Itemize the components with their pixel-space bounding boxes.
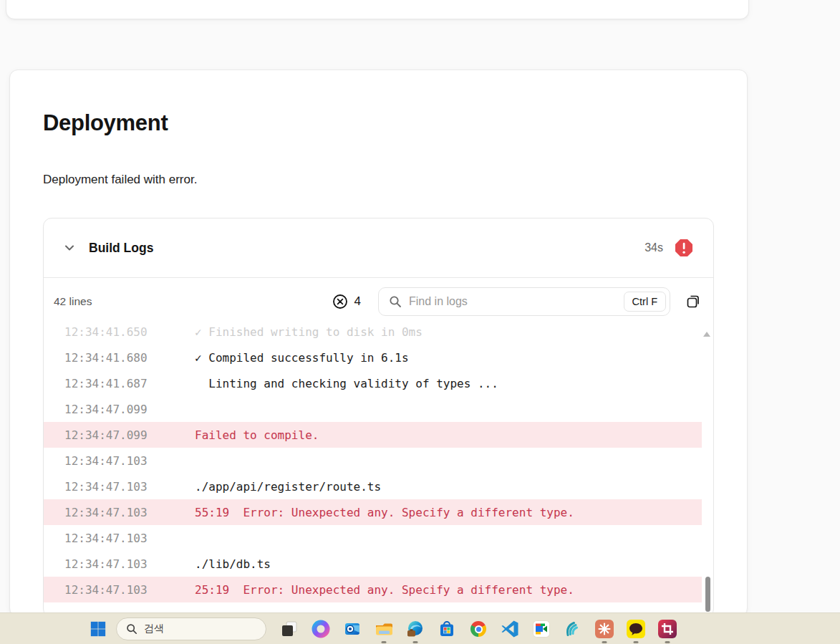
kakaotalk-icon: [627, 620, 645, 638]
taskbar-claude-icon[interactable]: [589, 613, 620, 644]
log-timestamp: 12:34:47.103: [64, 557, 195, 571]
log-row: 12:34:41.687 Linting and checking validi…: [44, 370, 702, 396]
collapse-chevron-button[interactable]: [62, 241, 77, 255]
log-row: 12:34:47.10355:19 Error: Unexpected any.…: [44, 499, 702, 525]
log-message: ✓ Finished writing to disk in 0ms: [195, 325, 423, 339]
crop-capture-tool-icon: [658, 620, 677, 638]
windows-start-icon[interactable]: [90, 620, 107, 638]
running-indicator: [665, 641, 670, 643]
taskbar-google-meet-icon[interactable]: [526, 613, 557, 644]
search-icon: [389, 295, 402, 308]
build-logs-panel: Build Logs 34s 42 lines 4 Ctrl F: [43, 218, 714, 617]
windows-taskbar: 검색: [0, 612, 840, 644]
log-row: 12:34:47.103: [44, 448, 702, 474]
task-view-icon: [280, 620, 299, 638]
file-explorer-icon: [375, 620, 393, 638]
claude-icon: [595, 620, 614, 638]
shell-spiral-icon: [564, 620, 582, 638]
log-message: 55:19 Error: Unexpected any. Specify a d…: [195, 506, 574, 519]
find-in-logs-searchbox[interactable]: Ctrl F: [378, 287, 670, 316]
log-row: 12:34:47.099Failed to compile.: [44, 422, 702, 448]
taskbar-kakaotalk-icon[interactable]: [620, 613, 652, 644]
log-timestamp: 12:34:41.680: [64, 351, 195, 365]
taskbar-search-pill[interactable]: 검색: [116, 617, 266, 640]
log-timestamp: 12:34:47.099: [64, 403, 195, 416]
error-count-value: 4: [354, 294, 361, 309]
log-timestamp: 12:34:41.650: [64, 325, 195, 339]
taskbar-file-explorer-icon[interactable]: [368, 613, 400, 644]
log-message: ✓ Compiled successfully in 6.1s: [195, 351, 409, 365]
log-message: ./lib/db.ts: [195, 557, 271, 571]
running-indicator: [382, 641, 387, 643]
deployment-card: Deployment Deployment failed with error.…: [9, 69, 748, 617]
log-message: 25:19 Error: Unexpected any. Specify a d…: [195, 583, 574, 597]
log-message: Linting and checking validity of types .…: [195, 377, 498, 390]
log-row: 12:34:47.103./app/api/register/route.ts: [44, 474, 702, 499]
log-timestamp: 12:34:47.103: [64, 454, 195, 468]
log-timestamp: 12:34:47.103: [64, 583, 195, 597]
chrome-icon: [469, 620, 488, 638]
build-logs-title: Build Logs: [89, 241, 153, 256]
build-duration: 34s: [645, 241, 663, 254]
taskbar-chrome-icon[interactable]: [463, 613, 494, 644]
log-row: 12:34:47.103: [44, 525, 702, 551]
taskbar-edge-icon[interactable]: [400, 613, 431, 644]
log-timestamp: 12:34:47.099: [64, 428, 195, 442]
taskbar-outlook-icon[interactable]: [337, 613, 368, 644]
taskbar-shell-spiral-icon[interactable]: [557, 613, 589, 644]
taskbar-search-label: 검색: [144, 623, 164, 635]
scrollbar-thumb[interactable]: [705, 577, 710, 612]
running-indicator: [634, 641, 639, 643]
search-input[interactable]: [409, 295, 624, 308]
error-count-filter[interactable]: 4: [332, 294, 361, 309]
log-timestamp: 12:34:41.687: [64, 377, 195, 390]
vscode-icon: [501, 620, 519, 638]
log-message: Failed to compile.: [195, 428, 319, 442]
log-row: 12:34:41.680✓ Compiled successfully in 6…: [44, 345, 702, 370]
taskbar-microsoft-store-icon[interactable]: [431, 613, 463, 644]
taskbar-vscode-icon[interactable]: [494, 613, 526, 644]
taskbar-task-view-icon[interactable]: [274, 613, 305, 644]
lines-count: 42 lines: [54, 295, 92, 308]
chevron-down-icon: [62, 241, 77, 255]
log-toolbar: 42 lines 4 Ctrl F: [44, 277, 713, 325]
log-timestamp: 12:34:47.103: [64, 480, 195, 494]
log-message: ./app/api/register/route.ts: [195, 480, 381, 494]
log-row: 12:34:47.103./lib/db.ts: [44, 551, 702, 577]
microsoft-store-icon: [438, 620, 456, 638]
copilot-icon: [312, 620, 330, 638]
log-row: 12:34:47.10325:19 Error: Unexpected any.…: [44, 577, 702, 602]
log-timestamp: 12:34:47.103: [64, 506, 195, 519]
edge-icon: [406, 620, 425, 638]
log-row: 12:34:47.099: [44, 396, 702, 422]
page-title: Deployment: [43, 110, 168, 136]
previous-section-card: [6, 0, 749, 19]
log-timestamp: 12:34:47.103: [64, 532, 195, 545]
outlook-icon: [343, 620, 362, 638]
running-indicator: [602, 641, 607, 643]
taskbar-crop-capture-tool-icon[interactable]: [652, 613, 683, 644]
taskbar-copilot-icon[interactable]: [305, 613, 337, 644]
screen: Deployment Deployment failed with error.…: [0, 0, 840, 644]
build-logs-header[interactable]: Build Logs 34s: [44, 218, 713, 277]
log-row: 12:34:41.650✓ Finished writing to disk i…: [44, 325, 702, 345]
deployment-status-text: Deployment failed with error.: [43, 173, 197, 187]
google-meet-icon: [532, 620, 551, 638]
keyboard-shortcut-badge: Ctrl F: [624, 292, 666, 312]
running-indicator: [413, 641, 418, 643]
circle-x-icon: [332, 294, 348, 309]
search-icon: [126, 623, 137, 635]
error-octagon-icon: [674, 238, 694, 258]
scrollbar-up-arrow[interactable]: [703, 332, 710, 337]
log-viewport[interactable]: 12:34:41.650✓ Finished writing to disk i…: [44, 325, 713, 617]
copy-icon: [685, 293, 702, 310]
copy-logs-button[interactable]: [685, 293, 702, 310]
